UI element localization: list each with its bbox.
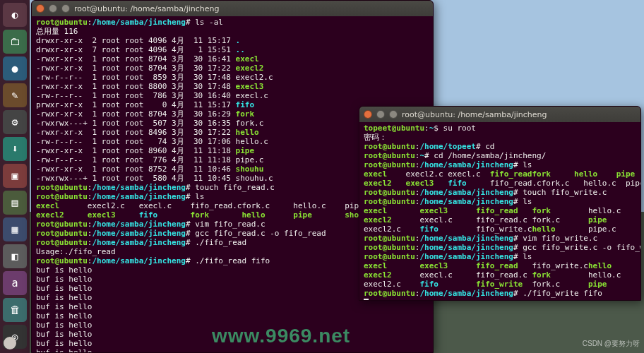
maximize-icon[interactable] xyxy=(389,110,398,119)
launcher-amazon-icon[interactable]: a xyxy=(3,271,27,295)
show-desktop-icon[interactable] xyxy=(4,337,16,349)
terminal-window-right[interactable]: root@ubuntu: /home/samba/jincheng topeet… xyxy=(359,106,641,301)
watermark-text: www.9969.net xyxy=(212,325,350,347)
close-icon[interactable] xyxy=(364,110,372,119)
window-title: root@ubuntu: /home/samba/jincheng xyxy=(74,4,219,13)
window-title: root@ubuntu: /home/samba/jincheng xyxy=(402,110,547,119)
launcher-writer-icon[interactable]: ✎ xyxy=(3,83,27,107)
launcher-dash-icon[interactable]: ◐ xyxy=(3,3,27,27)
launcher-firefox-icon[interactable]: ● xyxy=(3,56,27,80)
close-icon[interactable] xyxy=(36,4,44,13)
minimize-icon[interactable] xyxy=(49,4,57,13)
launcher-software-icon[interactable]: ⬇ xyxy=(3,137,27,161)
terminal-content-right[interactable]: topeet@ubuntu:~$ su root密码：root@ubuntu:/… xyxy=(359,122,640,301)
titlebar-right[interactable]: root@ubuntu: /home/samba/jincheng xyxy=(359,107,640,122)
launcher-editor-icon[interactable]: ▤ xyxy=(3,191,27,215)
corner-watermark: CSDN @要努力呀 xyxy=(583,339,640,349)
launcher-trash-icon[interactable]: 🗑 xyxy=(3,298,27,322)
unity-launcher[interactable]: ◐ 🗀 ● ✎ ⚙ ⬇ ▣ ▤ ▦ ◧ a 🗑 ◎ xyxy=(0,0,30,353)
launcher-files-icon[interactable]: 🗀 xyxy=(3,30,27,54)
launcher-photos-icon[interactable]: ◧ xyxy=(3,244,27,268)
maximize-icon[interactable] xyxy=(61,4,70,13)
titlebar-left[interactable]: root@ubuntu: /home/samba/jincheng xyxy=(32,1,433,16)
launcher-terminal-icon[interactable]: ▣ xyxy=(3,164,27,188)
launcher-calc-icon[interactable]: ▦ xyxy=(3,217,27,241)
launcher-settings-icon[interactable]: ⚙ xyxy=(3,110,27,134)
minimize-icon[interactable] xyxy=(376,110,385,119)
